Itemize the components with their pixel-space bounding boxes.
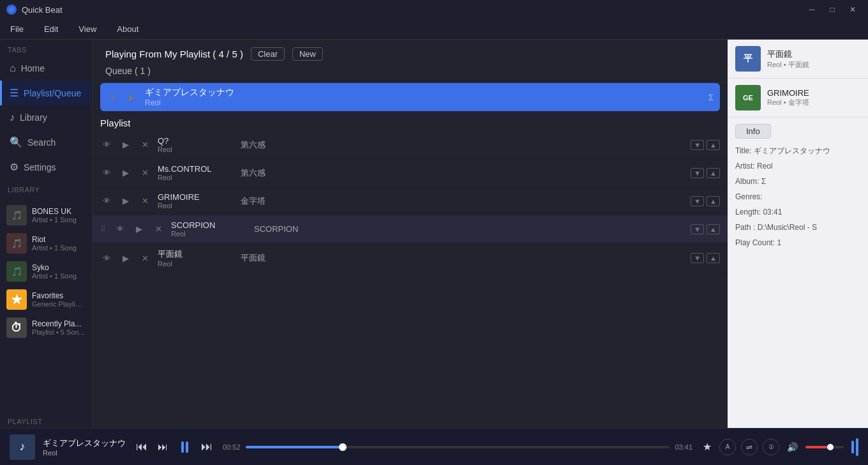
right-lib-item-2[interactable]: GE GRIMOIRE Reol • 金字塔 bbox=[728, 79, 868, 118]
info-playcount-row: Play Count: 1 bbox=[735, 237, 860, 248]
menu-edit[interactable]: Edit bbox=[40, 22, 62, 36]
sidebar-item-search[interactable]: 🔍 Search bbox=[0, 130, 92, 155]
riot-name: Riot bbox=[32, 235, 77, 244]
progress-bar[interactable] bbox=[246, 446, 670, 448]
row1-eye[interactable]: 👁 bbox=[100, 140, 113, 149]
row5-remove[interactable]: ✕ bbox=[138, 254, 151, 263]
row3-eye[interactable]: 👁 bbox=[100, 196, 113, 206]
row5-sort-down[interactable]: ▼ bbox=[691, 253, 704, 263]
row5-artist: Reol bbox=[158, 260, 234, 268]
row5-play[interactable]: ▶ bbox=[119, 254, 132, 263]
library-item-bones[interactable]: 🎵 BONES UK Artist • 1 Song bbox=[0, 201, 92, 229]
vis-bar-2 bbox=[856, 438, 858, 456]
play-pause-button[interactable] bbox=[176, 436, 193, 459]
info-album-label: Album: bbox=[735, 177, 759, 186]
volume-fill bbox=[805, 446, 830, 448]
info-title-label: Title: bbox=[735, 146, 752, 155]
minimize-button[interactable]: ─ bbox=[803, 3, 821, 16]
queue-label: Queue ( 1 ) bbox=[105, 61, 715, 77]
menu-about[interactable]: About bbox=[113, 22, 142, 36]
volume-bar[interactable] bbox=[805, 446, 844, 448]
info-button[interactable]: Info bbox=[735, 124, 771, 139]
prev-button[interactable]: ⏮ bbox=[133, 438, 150, 456]
volume-icon[interactable]: 🔊 bbox=[784, 439, 800, 455]
new-button[interactable]: New bbox=[292, 47, 323, 61]
queue-play-icon[interactable]: ▶ bbox=[126, 93, 138, 102]
playlist-area: 👁 ▶ ✕ Q? Reol 第六感 ▼ ▲ 👁 ▶ ✕ Ms.CON bbox=[93, 131, 728, 428]
info-album-row: Album: Σ bbox=[735, 176, 860, 187]
shuffle-button[interactable]: ⇌ bbox=[741, 439, 758, 455]
row1-sort-down[interactable]: ▼ bbox=[691, 140, 704, 150]
row1-sort-up[interactable]: ▲ bbox=[707, 140, 720, 150]
row1-album: 第六感 bbox=[241, 139, 684, 151]
row4-remove[interactable]: ✕ bbox=[152, 224, 165, 234]
repeat-button[interactable]: A bbox=[719, 439, 736, 455]
info-path-value: D:\Music\Reol - S bbox=[758, 223, 817, 232]
playlist-icon: ☰ bbox=[10, 87, 19, 99]
info-length-row: Length: 03:41 bbox=[735, 206, 860, 218]
playlist-section-label: Playlist bbox=[93, 111, 728, 131]
row2-sort-up[interactable]: ▲ bbox=[707, 168, 720, 178]
row3-remove[interactable]: ✕ bbox=[138, 196, 151, 206]
playlist-row-4[interactable]: ⠿ 👁 ▶ ✕ SCORPION Reol SCORPION ▼ ▲ bbox=[93, 215, 728, 243]
row5-sort-up[interactable]: ▲ bbox=[707, 253, 720, 263]
menu-view[interactable]: View bbox=[75, 22, 100, 36]
library-item-recently[interactable]: ⏱ Recently Pla... Playlist • 5 Son... bbox=[0, 314, 92, 342]
favorites-sub: Generic Playli... bbox=[32, 300, 81, 308]
row4-sort-up[interactable]: ▲ bbox=[707, 224, 720, 234]
row2-artist: Reol bbox=[158, 174, 234, 181]
library-item-syko[interactable]: 🎵 Syko Artist • 1 Song bbox=[0, 257, 92, 286]
row3-album: 金字塔 bbox=[241, 195, 684, 207]
right-lib-sub-1: Reol • 平面鏡 bbox=[767, 60, 809, 70]
row4-title: SCORPION bbox=[171, 220, 248, 230]
sidebar-item-home[interactable]: ⌂ Home bbox=[0, 56, 92, 80]
riot-thumb: 🎵 bbox=[6, 233, 27, 254]
info-artist-value: Reol bbox=[757, 162, 773, 171]
sidebar-item-settings[interactable]: ⚙ Settings bbox=[0, 155, 92, 179]
bones-info: BONES UK Artist • 1 Song bbox=[32, 207, 77, 224]
library-item-favorites[interactable]: ★ Favorites Generic Playli... bbox=[0, 286, 92, 314]
right-thumb-1: 平 bbox=[735, 46, 761, 72]
volume-thumb bbox=[827, 444, 834, 450]
row2-play[interactable]: ▶ bbox=[119, 168, 132, 178]
info-length-value: 03:41 bbox=[763, 208, 782, 217]
playlist-row-1[interactable]: 👁 ▶ ✕ Q? Reol 第六感 ▼ ▲ bbox=[93, 131, 728, 159]
row3-sort-down[interactable]: ▼ bbox=[691, 196, 704, 206]
row2-eye[interactable]: 👁 bbox=[100, 168, 113, 178]
row4-play[interactable]: ▶ bbox=[133, 224, 146, 234]
library-section: 🎵 BONES UK Artist • 1 Song 🎵 Riot Artist… bbox=[0, 196, 92, 411]
playlist-row-2[interactable]: 👁 ▶ ✕ Ms.CONTROL Reol 第六感 ▼ ▲ bbox=[93, 159, 728, 187]
menu-file[interactable]: File bbox=[6, 22, 27, 36]
pause-bar-1 bbox=[181, 441, 184, 453]
row2-sort-down[interactable]: ▼ bbox=[691, 168, 704, 178]
playlist-row-5[interactable]: 👁 ▶ ✕ 平面鏡 Reol 平面鏡 ▼ ▲ bbox=[93, 243, 728, 273]
row3-title: GRIMOIRE bbox=[158, 192, 234, 202]
library-item-riot[interactable]: 🎵 Riot Artist • 1 Song bbox=[0, 229, 92, 257]
queue-track-info: ギミアブレスタッナウ Reol bbox=[145, 87, 702, 107]
row1-track-info: Q? Reol bbox=[158, 136, 234, 153]
vis-bar-1 bbox=[851, 441, 854, 454]
row1-play[interactable]: ▶ bbox=[119, 140, 132, 149]
clear-button[interactable]: Clear bbox=[251, 47, 285, 61]
row2-remove[interactable]: ✕ bbox=[138, 168, 151, 178]
close-button[interactable]: ✕ bbox=[844, 3, 862, 16]
row3-sort-up[interactable]: ▲ bbox=[707, 196, 720, 206]
row4-drag[interactable]: ⠿ bbox=[100, 225, 106, 234]
sidebar-item-library[interactable]: ♪ Library bbox=[0, 105, 92, 130]
favorite-button[interactable]: ★ bbox=[700, 438, 714, 455]
queue-eye-icon[interactable]: 👁 bbox=[107, 93, 119, 102]
row3-play[interactable]: ▶ bbox=[119, 196, 132, 206]
right-lib-item-1[interactable]: 平 平面鏡 Reol • 平面鏡 bbox=[728, 40, 868, 79]
queue-count-button[interactable]: ① bbox=[763, 439, 779, 455]
row4-sort-down[interactable]: ▼ bbox=[691, 224, 704, 234]
row4-eye[interactable]: 👁 bbox=[114, 224, 126, 234]
row5-eye[interactable]: 👁 bbox=[100, 254, 113, 263]
playlist-row-3[interactable]: 👁 ▶ ✕ GRIMOIRE Reol 金字塔 ▼ ▲ bbox=[93, 187, 728, 215]
favorites-info: Favorites Generic Playli... bbox=[32, 291, 81, 308]
next-button[interactable]: ⏭ bbox=[198, 438, 215, 456]
prev-track-button[interactable]: ⏭ bbox=[155, 439, 170, 455]
sidebar-item-playlist[interactable]: ☰ Playlist/Queue bbox=[0, 80, 92, 105]
row1-remove[interactable]: ✕ bbox=[138, 140, 151, 149]
home-icon: ⌂ bbox=[10, 63, 16, 74]
maximize-button[interactable]: □ bbox=[823, 3, 841, 16]
